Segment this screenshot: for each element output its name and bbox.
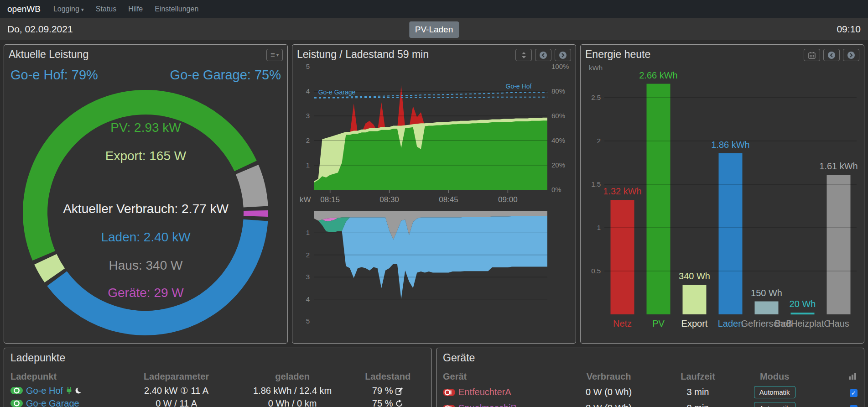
energy-bar-chart: 0.511.522.5kWh1.32 kWhNetz2.66 kWhPV340 … xyxy=(585,61,859,336)
svg-text:20 Wh: 20 Wh xyxy=(790,299,816,309)
current-time: 09:10 xyxy=(837,24,861,35)
moon-icon xyxy=(75,387,82,394)
gauge-value-line: Laden: 2.40 kW xyxy=(9,230,283,245)
svg-text:80%: 80% xyxy=(551,87,565,95)
panel-title: Aktuelle Leistung xyxy=(9,48,88,60)
chevron-left-circle-icon xyxy=(539,51,547,59)
verbrauch-value: 0 W (0 Wh) xyxy=(559,387,659,397)
nav-item-einstellungen[interactable]: Einstellungen xyxy=(155,5,198,13)
edit-icon[interactable] xyxy=(395,387,403,395)
toggle-off-icon[interactable] xyxy=(443,405,455,407)
power-gauge: Go-e Hof: 79% Go-e Garage: 75% PV: 2.93 … xyxy=(9,61,283,341)
panel-title: Energie heute xyxy=(585,48,650,60)
energy-next-button[interactable] xyxy=(843,49,859,61)
hamburger-icon: ≡ xyxy=(270,51,275,60)
svg-text:2: 2 xyxy=(306,251,310,259)
consumption-chart: 12345 xyxy=(297,209,571,324)
chargepoint-link[interactable]: Go-e Hof xyxy=(26,386,63,396)
navbar: openWB Logging▾ Status Hilfe Einstellung… xyxy=(0,0,868,18)
panel-title: Geräte xyxy=(443,352,858,364)
device-enabled-checkbox[interactable]: ✓ xyxy=(850,389,858,397)
laufzeit-value: 3 min xyxy=(659,387,738,397)
ladepunkte-header: Ladepunkt Ladeparameter geladen Ladestan… xyxy=(10,369,425,384)
geladen-value: 0 Wh / 0 km xyxy=(234,398,351,407)
geladen-value: 1.86 kWh / 12.4 km xyxy=(234,386,351,396)
chart-next-button[interactable] xyxy=(555,49,571,61)
table-row-spuelmaschine: SpuelmaschiB 0 W (0 Wh) 0 min Automatik … xyxy=(443,400,858,407)
nav-item-status[interactable]: Status xyxy=(96,5,116,13)
table-row-entfeuchter: EntfeuchterA 0 W (0 Wh) 3 min Automatik … xyxy=(443,384,858,400)
chevron-left-circle-icon xyxy=(827,51,836,59)
svg-text:150 Wh: 150 Wh xyxy=(751,288,782,298)
chargepoint-soc-left: Go-e Hof: 79% xyxy=(10,68,98,83)
laufzeit-value: 0 min xyxy=(659,403,738,407)
svg-text:1.86 kWh: 1.86 kWh xyxy=(711,140,749,150)
device-enabled-checkbox[interactable]: ✓ xyxy=(850,405,858,407)
modus-button[interactable]: Automatik xyxy=(754,402,795,407)
plug-icon xyxy=(66,387,72,395)
modus-button[interactable]: Automatik xyxy=(754,386,795,398)
chart-icon xyxy=(848,372,858,380)
svg-text:3: 3 xyxy=(306,112,310,120)
ladeparameter-value: 0 W / 11 A xyxy=(118,398,234,407)
svg-text:1.32 kWh: 1.32 kWh xyxy=(603,186,641,196)
gauge-value-line: Geräte: 29 W xyxy=(9,286,283,300)
svg-text:4: 4 xyxy=(306,295,310,303)
status-bar: Do, 02.09.2021 PV-Laden 09:10 xyxy=(0,18,868,40)
panel-aktuelle-leistung: Aktuelle Leistung ≡ ▾ Go-e Hof: 79% Go-e… xyxy=(4,44,288,344)
table-row-goe-garage: Go-e Garage 0 W / 11 A 0 Wh / 0 km 75 % xyxy=(10,397,425,407)
refresh-icon[interactable] xyxy=(395,400,403,407)
panel-title: Leistung / Ladestand 59 min xyxy=(297,48,429,60)
table-row-goe-hof: Go-e Hof 2.40 kW ① 11 A 1.86 kWh / 12.4 … xyxy=(10,384,425,397)
sort-icon xyxy=(521,52,526,59)
svg-text:1: 1 xyxy=(306,161,310,169)
charge-mode-button[interactable]: PV-Laden xyxy=(409,21,459,38)
panel-energie-heute: Energie heute xyxy=(580,44,864,344)
calendar-icon xyxy=(808,52,816,59)
svg-text:5: 5 xyxy=(306,317,310,324)
svg-text:2: 2 xyxy=(597,137,601,145)
svg-text:100%: 100% xyxy=(551,63,569,70)
svg-text:Netz: Netz xyxy=(613,318,632,329)
chevron-right-circle-icon xyxy=(847,51,855,59)
svg-text:Laden: Laden xyxy=(718,318,743,329)
svg-text:1.61 kWh: 1.61 kWh xyxy=(819,161,858,171)
device-link[interactable]: SpuelmaschiB xyxy=(458,403,517,407)
chart-resize-button[interactable] xyxy=(515,49,532,61)
current-date: Do, 02.09.2021 xyxy=(7,24,73,35)
energy-date-button[interactable] xyxy=(804,49,820,61)
chart-prev-button[interactable] xyxy=(535,49,551,61)
ladestand-value: 75 % xyxy=(372,398,393,407)
nav-item-logging[interactable]: Logging▾ xyxy=(53,5,84,13)
gauge-menu-button[interactable]: ≡ ▾ xyxy=(266,49,283,61)
svg-text:3: 3 xyxy=(306,273,310,281)
panel-leistung-ladestand: Leistung / Ladestand 59 min 123450%20%40… xyxy=(292,44,576,344)
brand[interactable]: openWB xyxy=(7,4,41,14)
svg-text:5: 5 xyxy=(306,63,310,70)
caret-down-icon: ▾ xyxy=(81,6,84,13)
device-link[interactable]: EntfeuchterA xyxy=(458,387,511,397)
gauge-value-line: PV: 2.93 kW xyxy=(9,120,283,135)
toggle-on-icon[interactable] xyxy=(10,400,23,407)
svg-text:1: 1 xyxy=(306,229,310,236)
energy-prev-button[interactable] xyxy=(823,49,840,61)
gauge-value-line: Export: 165 W xyxy=(9,149,283,163)
ladeparameter-value: 2.40 kW ① 11 A xyxy=(118,385,234,396)
svg-text:1: 1 xyxy=(597,224,601,231)
svg-text:4: 4 xyxy=(306,87,310,95)
svg-text:2: 2 xyxy=(306,136,310,144)
svg-text:340 Wh: 340 Wh xyxy=(679,271,710,281)
svg-text:Go-e Garage: Go-e Garage xyxy=(318,89,356,96)
svg-text:60%: 60% xyxy=(551,112,565,120)
svg-text:Haus: Haus xyxy=(828,318,849,329)
toggle-on-icon[interactable] xyxy=(10,387,23,394)
svg-text:Export: Export xyxy=(681,318,708,329)
svg-text:20%: 20% xyxy=(551,161,565,169)
svg-text:0.5: 0.5 xyxy=(591,267,601,275)
chevron-right-circle-icon xyxy=(559,51,567,59)
nav-item-hilfe[interactable]: Hilfe xyxy=(128,5,143,13)
chargepoint-link[interactable]: Go-e Garage xyxy=(26,398,79,407)
svg-text:kWh: kWh xyxy=(589,64,603,72)
toggle-off-icon[interactable] xyxy=(443,389,455,396)
svg-text:2.5: 2.5 xyxy=(591,94,601,101)
